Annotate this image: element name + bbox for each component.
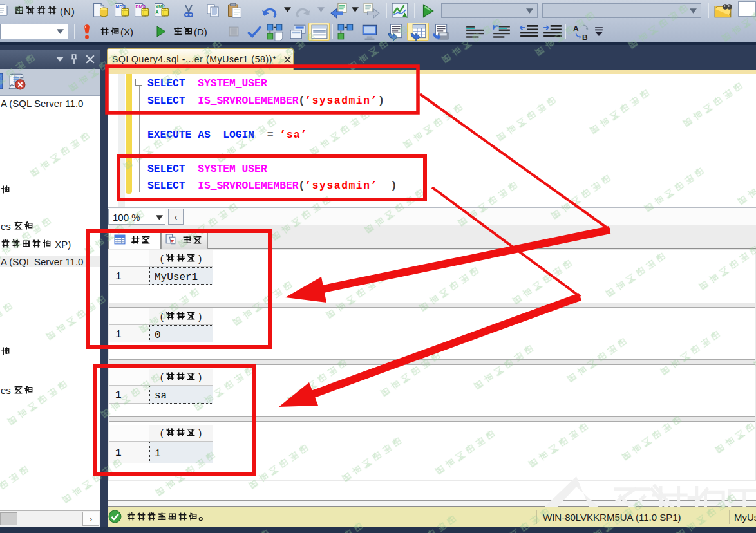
svg-text:A: A	[573, 24, 579, 32]
svg-text:A: A	[156, 10, 159, 14]
svg-text:B: B	[582, 33, 588, 41]
